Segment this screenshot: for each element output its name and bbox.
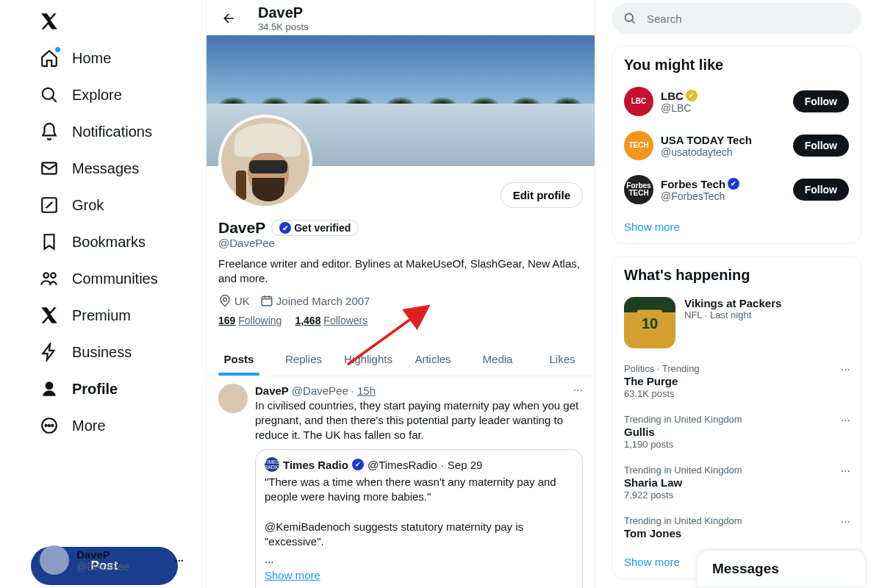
nav-grok[interactable]: Grok	[31, 187, 112, 223]
suggestions-show-more[interactable]: Show more	[612, 212, 861, 242]
person-icon	[40, 379, 59, 398]
quoted-date[interactable]: Sep 29	[448, 459, 483, 471]
account-handle: @DavePee	[76, 561, 174, 573]
more-icon[interactable]: ···	[174, 554, 184, 567]
trend-more-button[interactable]: ···	[841, 465, 850, 478]
svg-point-10	[223, 298, 227, 301]
trend-more-button[interactable]: ···	[841, 414, 850, 427]
suggestion-name: Forbes Tech ✔	[661, 178, 786, 190]
tweet-time[interactable]: 15h	[357, 384, 376, 397]
nav-communities[interactable]: Communities	[31, 260, 167, 297]
trend-title: Gullis	[624, 426, 849, 438]
trend-item[interactable]: Trending in United KingdomSharia Law7,92…	[612, 457, 861, 508]
search-box[interactable]	[612, 3, 861, 34]
nav-profile[interactable]: Profile	[31, 370, 126, 407]
get-verified-button[interactable]: ✔ Get verified	[271, 220, 359, 236]
follow-button[interactable]: Follow	[793, 179, 849, 201]
suggestion-avatar: TECH	[624, 131, 653, 160]
tab-media[interactable]: Media	[465, 343, 530, 376]
suggestions-panel: You might like LBCLBC ✔@LBCFollowTECHUSA…	[612, 46, 861, 244]
nav-home[interactable]: Home	[31, 40, 120, 76]
quoted-text-2: @KemiBadenoch suggests statutory materni…	[265, 520, 573, 549]
follow-button[interactable]: Follow	[793, 135, 849, 157]
trend-category: Trending in United Kingdom	[624, 465, 849, 476]
tweet[interactable]: DaveP @DavePee · 15h ··· In civilised co…	[207, 376, 595, 588]
svg-point-3	[43, 273, 48, 278]
verified-icon: ✔	[728, 178, 739, 190]
suggestion-item[interactable]: LBCLBC ✔@LBCFollow	[612, 79, 861, 123]
search-input[interactable]	[647, 12, 850, 25]
happening-hero[interactable]: Vikings at Packers NFL · Last night	[612, 290, 861, 356]
tab-posts[interactable]: Posts	[207, 343, 271, 376]
nav-notifications[interactable]: Notifications	[31, 113, 161, 150]
hero-title: Vikings at Packers	[684, 297, 781, 309]
suggestion-item[interactable]: Forbes TECHForbes Tech ✔@ForbesTechFollo…	[612, 168, 861, 212]
topbar-title: DaveP	[258, 4, 309, 21]
quoted-tweet[interactable]: TIMES RADIO Times Radio ✔ @TimesRadio · …	[255, 449, 583, 588]
trend-item[interactable]: Politics · TrendingThe Purge63.1K posts·…	[612, 356, 861, 406]
nav-more[interactable]: More	[31, 407, 115, 444]
trend-item[interactable]: Trending in United KingdomTom Jones···	[612, 508, 861, 547]
svg-point-4	[51, 273, 56, 278]
primary-nav: HomeExploreNotificationsMessagesGrokBook…	[31, 40, 200, 538]
nav-business[interactable]: Business	[31, 334, 140, 370]
trend-more-button[interactable]: ···	[841, 515, 850, 528]
nav-bookmarks[interactable]: Bookmarks	[31, 223, 154, 260]
people-icon	[40, 269, 59, 288]
back-button[interactable]	[217, 6, 242, 31]
suggestion-name: LBC ✔	[661, 90, 786, 102]
search-icon	[623, 12, 637, 25]
account-switcher[interactable]: DaveP @DavePee ···	[31, 539, 193, 581]
profile-location: UK	[218, 294, 250, 307]
trend-title: Sharia Law	[624, 476, 849, 489]
x-logo[interactable]	[31, 3, 68, 40]
follow-button[interactable]: Follow	[793, 90, 849, 112]
tweet-author[interactable]: DaveP	[255, 384, 289, 397]
nav-explore[interactable]: Explore	[31, 76, 131, 113]
trend-item[interactable]: Trending in United KingdomGullis1,190 po…	[612, 406, 861, 457]
happening-panel: What's happening Vikings at Packers NFL …	[612, 256, 861, 579]
trend-title: The Purge	[624, 375, 849, 387]
account-name: DaveP	[76, 548, 174, 561]
followers-link[interactable]: 1,468 Followers	[295, 315, 368, 326]
profile-joined: Joined March 2007	[260, 294, 370, 307]
edit-profile-button[interactable]: Edit profile	[501, 182, 583, 208]
profile-tabs: PostsRepliesHighlightsArticlesMediaLikes	[207, 343, 595, 376]
tab-likes[interactable]: Likes	[530, 343, 595, 376]
trend-category: Politics · Trending	[624, 363, 849, 374]
tab-replies[interactable]: Replies	[271, 343, 336, 376]
tweet-avatar[interactable]	[218, 384, 248, 413]
trend-title: Tom Jones	[624, 527, 849, 539]
bookmark-icon	[40, 232, 59, 251]
suggestion-item[interactable]: TECHUSA TODAY Tech @usatodaytechFollow	[612, 123, 861, 168]
avatar	[40, 545, 69, 575]
tweet-more-button[interactable]: ···	[573, 384, 583, 397]
following-link[interactable]: 169 Following	[218, 315, 282, 326]
quoted-handle[interactable]: @TimesRadio	[368, 459, 437, 471]
profile-handle: @DavePee	[218, 237, 583, 249]
grok-icon	[40, 196, 59, 215]
quoted-author[interactable]: Times Radio	[283, 459, 348, 471]
svg-point-5	[46, 382, 53, 389]
trend-count: 63.1K posts	[624, 388, 849, 399]
profile-topbar: DaveP 34.5K posts	[207, 0, 595, 35]
quoted-avatar: TIMES RADIO	[265, 457, 279, 472]
svg-point-13	[625, 14, 634, 22]
tweet-handle[interactable]: @DavePee	[292, 384, 348, 397]
x-icon	[40, 306, 59, 325]
trend-category: Trending in United Kingdom	[624, 414, 849, 425]
svg-rect-11	[262, 297, 272, 306]
tab-articles[interactable]: Articles	[401, 343, 465, 376]
profile-avatar[interactable]	[218, 115, 312, 209]
messages-drawer[interactable]: Messages	[697, 550, 866, 588]
trend-more-button[interactable]: ···	[841, 363, 850, 376]
show-more-link[interactable]: Show more	[265, 569, 320, 581]
profile-bio: Freelance writer and editor. Bylines at …	[218, 257, 583, 285]
verified-icon: ✔	[352, 459, 364, 470]
nav-premium[interactable]: Premium	[31, 297, 140, 334]
verified-icon: ✔	[279, 222, 291, 234]
tab-highlights[interactable]: Highlights	[336, 343, 401, 376]
calendar-icon	[260, 294, 273, 307]
nav-messages[interactable]: Messages	[31, 150, 148, 187]
suggestion-avatar: Forbes TECH	[624, 175, 653, 204]
